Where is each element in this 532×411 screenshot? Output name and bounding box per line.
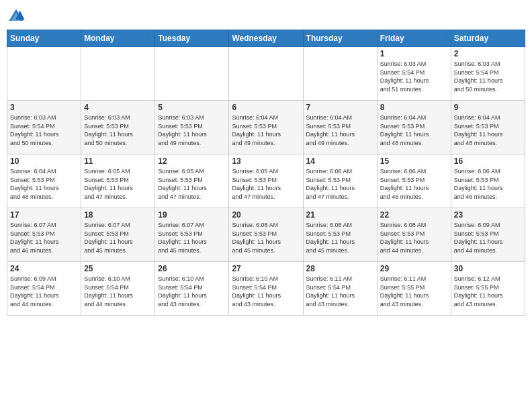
calendar-cell: 16Sunrise: 6:06 AM Sunset: 5:53 PM Dayli… (451, 154, 525, 208)
calendar-cell (7, 47, 81, 101)
day-number: 9 (454, 103, 522, 112)
day-number: 7 (306, 103, 374, 112)
day-number: 8 (380, 103, 448, 112)
day-number: 4 (84, 103, 152, 112)
weekday-header: Thursday (303, 30, 377, 47)
day-info: Sunrise: 6:04 AM Sunset: 5:53 PM Dayligh… (10, 167, 78, 201)
weekday-header: Monday (81, 30, 155, 47)
calendar-cell: 2Sunrise: 6:03 AM Sunset: 5:54 PM Daylig… (451, 47, 525, 101)
day-info: Sunrise: 6:04 AM Sunset: 5:53 PM Dayligh… (380, 113, 448, 147)
day-number: 27 (232, 264, 300, 273)
weekday-header: Saturday (451, 30, 525, 47)
page-header (7, 7, 525, 26)
day-info: Sunrise: 6:11 AM Sunset: 5:55 PM Dayligh… (380, 275, 448, 308)
day-number: 6 (232, 103, 300, 112)
calendar-cell: 4Sunrise: 6:03 AM Sunset: 5:53 PM Daylig… (81, 101, 155, 154)
day-number: 5 (158, 103, 226, 112)
day-number: 24 (10, 264, 78, 273)
calendar-header-row: SundayMondayTuesdayWednesdayThursdayFrid… (7, 30, 525, 47)
day-number: 28 (306, 264, 374, 273)
calendar-cell: 29Sunrise: 6:11 AM Sunset: 5:55 PM Dayli… (377, 262, 451, 316)
calendar-week-row: 24Sunrise: 6:09 AM Sunset: 5:54 PM Dayli… (7, 262, 525, 316)
day-number: 23 (454, 210, 522, 220)
day-info: Sunrise: 6:04 AM Sunset: 5:53 PM Dayligh… (232, 113, 300, 147)
calendar-cell: 30Sunrise: 6:12 AM Sunset: 5:55 PM Dayli… (451, 262, 525, 316)
calendar-week-row: 3Sunrise: 6:03 AM Sunset: 5:54 PM Daylig… (7, 101, 525, 154)
calendar-cell (229, 47, 303, 101)
day-info: Sunrise: 6:10 AM Sunset: 5:54 PM Dayligh… (84, 275, 152, 308)
calendar-cell: 5Sunrise: 6:03 AM Sunset: 5:53 PM Daylig… (155, 101, 229, 154)
day-info: Sunrise: 6:10 AM Sunset: 5:54 PM Dayligh… (158, 275, 226, 308)
calendar-week-row: 10Sunrise: 6:04 AM Sunset: 5:53 PM Dayli… (7, 154, 525, 208)
calendar-cell (303, 47, 377, 101)
day-info: Sunrise: 6:07 AM Sunset: 5:53 PM Dayligh… (158, 221, 226, 255)
calendar-cell: 3Sunrise: 6:03 AM Sunset: 5:54 PM Daylig… (7, 101, 81, 154)
calendar-cell: 17Sunrise: 6:07 AM Sunset: 5:53 PM Dayli… (7, 208, 81, 262)
calendar-cell: 12Sunrise: 6:05 AM Sunset: 5:53 PM Dayli… (155, 154, 229, 208)
day-info: Sunrise: 6:06 AM Sunset: 5:53 PM Dayligh… (454, 167, 522, 201)
day-info: Sunrise: 6:03 AM Sunset: 5:54 PM Dayligh… (10, 113, 78, 147)
day-number: 25 (84, 264, 152, 273)
logo (7, 7, 28, 26)
weekday-header: Sunday (7, 30, 81, 47)
day-info: Sunrise: 6:04 AM Sunset: 5:53 PM Dayligh… (306, 113, 374, 147)
calendar: SundayMondayTuesdayWednesdayThursdayFrid… (7, 30, 525, 316)
day-info: Sunrise: 6:03 AM Sunset: 5:53 PM Dayligh… (84, 113, 152, 147)
day-number: 20 (232, 210, 300, 220)
calendar-cell (155, 47, 229, 101)
day-info: Sunrise: 6:07 AM Sunset: 5:53 PM Dayligh… (84, 221, 152, 255)
day-info: Sunrise: 6:05 AM Sunset: 5:53 PM Dayligh… (232, 167, 300, 201)
weekday-header: Tuesday (155, 30, 229, 47)
day-info: Sunrise: 6:06 AM Sunset: 5:53 PM Dayligh… (380, 167, 448, 201)
day-number: 3 (10, 103, 78, 112)
calendar-cell: 22Sunrise: 6:08 AM Sunset: 5:53 PM Dayli… (377, 208, 451, 262)
day-info: Sunrise: 6:03 AM Sunset: 5:54 PM Dayligh… (454, 60, 522, 93)
day-number: 11 (84, 156, 152, 166)
calendar-cell: 9Sunrise: 6:04 AM Sunset: 5:53 PM Daylig… (451, 101, 525, 154)
day-number: 29 (380, 264, 448, 273)
calendar-cell: 27Sunrise: 6:10 AM Sunset: 5:54 PM Dayli… (229, 262, 303, 316)
calendar-cell: 18Sunrise: 6:07 AM Sunset: 5:53 PM Dayli… (81, 208, 155, 262)
calendar-week-row: 17Sunrise: 6:07 AM Sunset: 5:53 PM Dayli… (7, 208, 525, 262)
day-number: 22 (380, 210, 448, 220)
weekday-header: Friday (377, 30, 451, 47)
calendar-cell: 24Sunrise: 6:09 AM Sunset: 5:54 PM Dayli… (7, 262, 81, 316)
day-info: Sunrise: 6:12 AM Sunset: 5:55 PM Dayligh… (454, 275, 522, 308)
day-number: 14 (306, 156, 374, 166)
calendar-cell: 23Sunrise: 6:09 AM Sunset: 5:53 PM Dayli… (451, 208, 525, 262)
calendar-cell: 21Sunrise: 6:08 AM Sunset: 5:53 PM Dayli… (303, 208, 377, 262)
calendar-cell: 15Sunrise: 6:06 AM Sunset: 5:53 PM Dayli… (377, 154, 451, 208)
day-info: Sunrise: 6:09 AM Sunset: 5:53 PM Dayligh… (454, 221, 522, 255)
calendar-week-row: 1Sunrise: 6:03 AM Sunset: 5:54 PM Daylig… (7, 47, 525, 101)
calendar-cell: 7Sunrise: 6:04 AM Sunset: 5:53 PM Daylig… (303, 101, 377, 154)
day-number: 15 (380, 156, 448, 166)
day-info: Sunrise: 6:03 AM Sunset: 5:54 PM Dayligh… (380, 60, 448, 93)
calendar-cell: 1Sunrise: 6:03 AM Sunset: 5:54 PM Daylig… (377, 47, 451, 101)
day-info: Sunrise: 6:05 AM Sunset: 5:53 PM Dayligh… (84, 167, 152, 201)
calendar-cell: 25Sunrise: 6:10 AM Sunset: 5:54 PM Dayli… (81, 262, 155, 316)
day-number: 21 (306, 210, 374, 220)
calendar-cell: 19Sunrise: 6:07 AM Sunset: 5:53 PM Dayli… (155, 208, 229, 262)
day-number: 19 (158, 210, 226, 220)
logo-icon (7, 7, 26, 26)
day-info: Sunrise: 6:11 AM Sunset: 5:54 PM Dayligh… (306, 275, 374, 308)
day-info: Sunrise: 6:06 AM Sunset: 5:53 PM Dayligh… (306, 167, 374, 201)
calendar-cell: 10Sunrise: 6:04 AM Sunset: 5:53 PM Dayli… (7, 154, 81, 208)
calendar-cell: 13Sunrise: 6:05 AM Sunset: 5:53 PM Dayli… (229, 154, 303, 208)
day-number: 30 (454, 264, 522, 273)
day-info: Sunrise: 6:08 AM Sunset: 5:53 PM Dayligh… (380, 221, 448, 255)
calendar-cell: 26Sunrise: 6:10 AM Sunset: 5:54 PM Dayli… (155, 262, 229, 316)
day-number: 26 (158, 264, 226, 273)
day-info: Sunrise: 6:07 AM Sunset: 5:53 PM Dayligh… (10, 221, 78, 255)
day-number: 2 (454, 49, 522, 58)
day-info: Sunrise: 6:08 AM Sunset: 5:53 PM Dayligh… (232, 221, 300, 255)
day-number: 10 (10, 156, 78, 166)
day-info: Sunrise: 6:04 AM Sunset: 5:53 PM Dayligh… (454, 113, 522, 147)
calendar-cell: 11Sunrise: 6:05 AM Sunset: 5:53 PM Dayli… (81, 154, 155, 208)
calendar-cell: 8Sunrise: 6:04 AM Sunset: 5:53 PM Daylig… (377, 101, 451, 154)
day-number: 13 (232, 156, 300, 166)
calendar-cell: 28Sunrise: 6:11 AM Sunset: 5:54 PM Dayli… (303, 262, 377, 316)
day-info: Sunrise: 6:05 AM Sunset: 5:53 PM Dayligh… (158, 167, 226, 201)
day-info: Sunrise: 6:09 AM Sunset: 5:54 PM Dayligh… (10, 275, 78, 308)
day-info: Sunrise: 6:08 AM Sunset: 5:53 PM Dayligh… (306, 221, 374, 255)
